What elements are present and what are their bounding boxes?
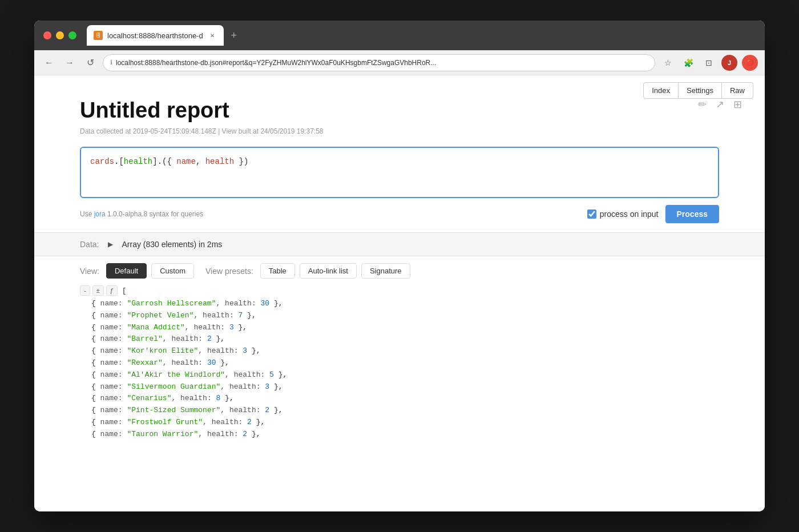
browser-titlebar: 🗄 localhost:8888/hearthstone-d ✕ + [34, 21, 765, 50]
table-row: { name: "Garrosh Hellscream", health: 30… [80, 299, 283, 308]
table-row: { name: "Rexxar", health: 30 }, [80, 358, 229, 367]
nav-index-button[interactable]: Index [643, 82, 679, 99]
table-row: { name: "Prophet Velen", health: 7 }, [80, 311, 256, 320]
nav-settings-button[interactable]: Settings [679, 82, 722, 99]
process-on-input-checkbox[interactable] [587, 209, 596, 219]
traffic-lights [43, 31, 76, 39]
forward-button[interactable]: → [62, 55, 78, 71]
table-row: { name: "Barrel", health: 2 }, [80, 334, 225, 343]
tab-close-button[interactable]: ✕ [208, 31, 217, 40]
bookmark-button[interactable]: ☆ [660, 55, 676, 71]
table-row: { name: "Pint-Sized Summoner", health: 2… [80, 406, 283, 414]
json-open-bracket: [ [122, 287, 127, 295]
cast-button[interactable]: ⊡ [701, 55, 717, 71]
view-label: View: [80, 267, 99, 276]
minimize-button[interactable] [56, 31, 64, 39]
data-summary: Array (830 elements) in 2ms [122, 240, 222, 249]
back-button[interactable]: ← [41, 55, 57, 71]
table-row: { name: "Mana Addict", health: 3 }, [80, 323, 247, 332]
query-editor[interactable]: cards.[health].({ name, health }) [80, 147, 719, 198]
table-row: { name: "Al'Akir the Windlord", health: … [80, 370, 287, 379]
new-tab-button[interactable]: + [226, 27, 242, 43]
query-field: health [124, 157, 152, 166]
table-row: { name: "Silvermoon Guardian", health: 3… [80, 382, 283, 391]
table-row: { name: "Kor'kron Elite", health: 3 }, [80, 346, 261, 355]
extension-button[interactable]: 🔴 [742, 55, 758, 71]
table-row: { name: "Frostwolf Grunt", health: 2 }, [80, 418, 265, 426]
active-tab[interactable]: 🗄 localhost:8888/hearthstone-d ✕ [87, 25, 224, 46]
tab-title: localhost:8888/hearthstone-d [107, 31, 203, 40]
json-output: - ± ƒ [ { name: "Garrosh Hellscream", he… [34, 285, 765, 464]
browser-window: 🗄 localhost:8888/hearthstone-d ✕ + ← → ↺… [34, 21, 765, 511]
address-bar[interactable]: ℹ localhost:8888/hearthstone-db.json#rep… [103, 54, 655, 71]
table-row: { name: "Cenarius", health: 8 }, [80, 394, 234, 402]
share-icon[interactable]: ↗ [716, 98, 724, 111]
page-content: Index Settings Raw Untitled report Data … [34, 75, 765, 511]
query-controls: process on input Process [587, 205, 719, 223]
url-text: localhost:8888/hearthstone-db.json#repor… [116, 59, 436, 67]
process-on-input-text: process on input [600, 209, 659, 219]
view-preset-signature-button[interactable]: Signature [361, 263, 410, 279]
tab-bar: 🗄 localhost:8888/hearthstone-d ✕ + [87, 25, 756, 46]
process-on-input-label[interactable]: process on input [587, 209, 659, 219]
json-collapse-button[interactable]: - [80, 285, 90, 296]
extensions-button[interactable]: 🧩 [680, 55, 696, 71]
view-bar: View: Default Custom View presets: Table… [34, 256, 765, 285]
hint-suffix: 1.0.0-alpha.8 syntax for queries [106, 210, 203, 218]
close-button[interactable] [43, 31, 51, 39]
layout-icon[interactable]: ⊞ [733, 98, 742, 111]
json-format-button[interactable]: ƒ [106, 285, 118, 296]
tab-favicon: 🗄 [94, 31, 103, 40]
top-nav: Index Settings Raw [643, 82, 753, 99]
view-preset-autolink-button[interactable]: Auto-link list [300, 263, 357, 279]
jora-link[interactable]: jora [94, 210, 106, 218]
security-icon: ℹ [110, 59, 112, 66]
profile-button[interactable]: J [721, 55, 737, 71]
process-button[interactable]: Process [665, 205, 719, 223]
data-label: Data: [80, 240, 99, 249]
hint-prefix: Use [80, 210, 94, 218]
json-expand-button[interactable]: ± [92, 285, 104, 296]
report-meta: Data collected at 2019-05-24T15:09:48.14… [80, 127, 719, 135]
table-row: { name: "Tauron Warrior", health: 2 }, [80, 430, 261, 438]
view-default-button[interactable]: Default [106, 263, 147, 279]
browser-actions: ☆ 🧩 ⊡ J 🔴 [660, 55, 758, 71]
query-keyword: cards [90, 157, 114, 166]
browser-addressbar: ← → ↺ ℹ localhost:8888/hearthstone-db.js… [34, 50, 765, 75]
query-section: cards.[health].({ name, health }) [34, 147, 765, 198]
view-custom-button[interactable]: Custom [151, 263, 194, 279]
query-hint: Use jora 1.0.0-alpha.8 syntax for querie… [80, 210, 203, 218]
refresh-button[interactable]: ↺ [82, 55, 98, 71]
report-actions: ✏ ↗ ⊞ [698, 98, 742, 111]
data-expand-button[interactable]: ▶ [104, 239, 116, 250]
nav-raw-button[interactable]: Raw [722, 82, 753, 99]
query-footer: Use jora 1.0.0-alpha.8 syntax for querie… [34, 205, 765, 223]
view-presets-label: View presets: [205, 267, 253, 276]
view-preset-table-button[interactable]: Table [260, 263, 295, 279]
edit-icon[interactable]: ✏ [698, 98, 707, 111]
data-bar: Data: ▶ Array (830 elements) in 2ms [34, 232, 765, 256]
json-toolbar: - ± ƒ [80, 285, 118, 296]
maximize-button[interactable] [68, 31, 76, 39]
report-title: Untitled report [80, 98, 719, 123]
